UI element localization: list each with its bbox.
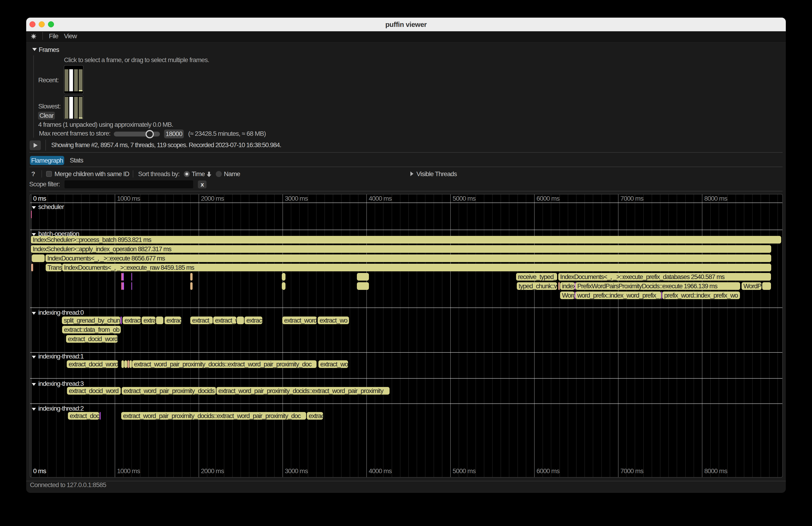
play-button[interactable] xyxy=(30,141,41,150)
scope-bar[interactable]: extract_word_pair_proximity_docids::extr… xyxy=(121,412,306,420)
scope-bar[interactable] xyxy=(121,360,124,368)
merge-children-label[interactable]: Merge children with same ID xyxy=(55,170,129,178)
scope-bar[interactable]: extrac xyxy=(164,317,181,324)
thread-label[interactable]: indexing-thread:2 xyxy=(32,405,84,412)
frame-bar[interactable] xyxy=(69,69,73,91)
visible-threads-collapse-icon[interactable] xyxy=(410,172,414,176)
scope-bar[interactable]: PrefixWordPairsProximityDocids::execute … xyxy=(576,282,740,290)
tab-flamegraph[interactable]: Flamegraph xyxy=(30,156,64,165)
scope-bar[interactable]: prefix_word::index_prefix_wo xyxy=(662,292,740,299)
flamegraph-canvas[interactable]: 0 ms1000 ms2000 ms3000 ms4000 ms5000 ms6… xyxy=(30,194,783,478)
scope-bar[interactable]: Trans xyxy=(46,264,62,271)
thread-label[interactable]: indexing-thread:3 xyxy=(32,380,84,388)
scope-bar[interactable] xyxy=(558,282,560,290)
scope-filter-input[interactable] xyxy=(64,180,193,189)
scope-bar[interactable] xyxy=(190,282,192,290)
max-frames-value[interactable]: 18000 xyxy=(164,130,184,138)
scope-bar[interactable] xyxy=(237,317,244,324)
scope-bar[interactable] xyxy=(282,282,286,290)
thread-label[interactable]: indexing-thread:1 xyxy=(32,353,84,360)
scope-bar[interactable] xyxy=(31,264,33,271)
scope-bar[interactable] xyxy=(190,273,192,281)
scope-bar[interactable]: extract_word xyxy=(282,317,317,324)
scope-bar[interactable] xyxy=(130,360,132,368)
scope-bar[interactable] xyxy=(122,273,124,281)
sort-direction-icon[interactable] xyxy=(206,171,212,177)
recent-frames-thumbnail[interactable] xyxy=(64,65,84,94)
scope-bar[interactable]: extra xyxy=(142,317,156,324)
sort-name-radio[interactable] xyxy=(216,171,222,177)
scope-bar[interactable]: extract_wo xyxy=(318,360,348,368)
scope-bar[interactable] xyxy=(156,317,163,324)
sort-time-label[interactable]: Time xyxy=(192,170,205,178)
scope-bar[interactable]: split_grenad_by_chun xyxy=(62,317,120,324)
scope-bar[interactable]: extract::data_from_ob xyxy=(62,326,121,334)
clear-filter-button[interactable]: x xyxy=(198,180,206,188)
clear-button[interactable]: Clear xyxy=(38,112,55,120)
scope-bar[interactable] xyxy=(762,282,771,290)
tab-stats[interactable]: Stats xyxy=(70,157,83,164)
scope-bar[interactable]: typed_chunk::w xyxy=(517,282,557,290)
scope-bar[interactable]: extract_docid_word xyxy=(66,335,118,343)
frame-bar[interactable] xyxy=(79,97,83,119)
help-button[interactable]: ? xyxy=(31,170,35,178)
theme-toggle-icon[interactable] xyxy=(30,32,37,41)
merge-children-checkbox[interactable] xyxy=(46,171,52,177)
thread-collapse-icon[interactable] xyxy=(32,312,36,315)
frames-collapse-icon[interactable] xyxy=(32,48,37,51)
frame-bar[interactable] xyxy=(65,69,68,91)
thread-label[interactable]: indexing-thread:0 xyxy=(32,309,84,316)
visible-threads-header[interactable]: Visible Threads xyxy=(417,170,457,178)
scope-bar[interactable]: IndexDocuments<_, _>::execute_prefix_dat… xyxy=(558,273,771,281)
scope-bar[interactable]: extract_word_pair_proximity_docids::extr… xyxy=(132,360,317,368)
thread-collapse-icon[interactable] xyxy=(32,383,36,386)
scope-bar[interactable]: extract xyxy=(122,317,141,324)
scope-bar[interactable]: extract_docid_word xyxy=(67,387,121,395)
scope-bar[interactable]: extract_wo xyxy=(318,317,349,324)
menu-file[interactable]: File xyxy=(49,31,58,41)
frame-bar[interactable] xyxy=(74,69,78,91)
thread-label[interactable]: scheduler xyxy=(32,203,64,210)
frame-bar[interactable] xyxy=(65,97,68,119)
scope-bar[interactable]: extract xyxy=(245,317,262,324)
frame-bar[interactable] xyxy=(74,97,78,119)
scope-bar[interactable] xyxy=(131,273,132,281)
scope-bar[interactable]: extract_doc xyxy=(68,412,99,420)
scope-bar[interactable]: IndexScheduler>::apply_index_operation 8… xyxy=(31,245,771,253)
scope-bar[interactable] xyxy=(120,317,122,324)
scope-bar[interactable] xyxy=(122,282,124,290)
max-frames-slider-knob[interactable] xyxy=(146,130,154,138)
scope-bar[interactable] xyxy=(124,360,127,368)
scope-bar[interactable] xyxy=(100,412,101,420)
scope-bar[interactable] xyxy=(31,210,32,218)
scope-bar[interactable]: extract_w xyxy=(213,317,236,324)
scope-bar[interactable] xyxy=(357,273,369,281)
scope-bar[interactable] xyxy=(128,360,129,368)
scope-bar[interactable]: index xyxy=(560,282,575,290)
scope-bar[interactable]: word_prefix::index_word_prefix_ xyxy=(576,292,661,299)
scope-bar[interactable]: IndexDocuments<_, _>::execute_raw 8459.1… xyxy=(62,264,771,271)
scope-bar[interactable]: WordPr xyxy=(742,282,762,290)
scope-bar[interactable]: extract_docid_word xyxy=(67,360,118,368)
thread-collapse-icon[interactable] xyxy=(32,206,36,209)
scope-bar[interactable]: Word xyxy=(560,292,575,299)
frame-bar[interactable] xyxy=(69,97,73,119)
scope-bar[interactable] xyxy=(357,282,369,290)
menu-view[interactable]: View xyxy=(64,31,77,41)
thread-collapse-icon[interactable] xyxy=(32,356,36,359)
scope-bar[interactable]: IndexDocuments<_, _>::execute 8656.677 m… xyxy=(45,254,771,262)
scope-bar[interactable] xyxy=(282,273,286,281)
thread-collapse-icon[interactable] xyxy=(32,408,36,411)
frames-header[interactable]: Frames xyxy=(39,46,59,54)
scope-bar[interactable]: extract_ xyxy=(190,317,213,324)
scope-bar[interactable] xyxy=(32,254,45,262)
scope-bar[interactable] xyxy=(131,282,132,290)
scope-bar[interactable]: receive_typed_ xyxy=(516,273,557,281)
scope-bar[interactable]: extrac xyxy=(307,412,323,420)
sort-name-label[interactable]: Name xyxy=(224,170,240,178)
frame-bar[interactable] xyxy=(79,69,83,91)
slowest-frames-thumbnail[interactable] xyxy=(64,96,84,120)
thread-collapse-icon[interactable] xyxy=(32,233,36,236)
scope-bar[interactable]: IndexScheduler>::process_batch 8953.821 … xyxy=(31,236,781,244)
scope-bar[interactable]: extract_word_pair_proximity_docids::extr… xyxy=(216,387,390,395)
